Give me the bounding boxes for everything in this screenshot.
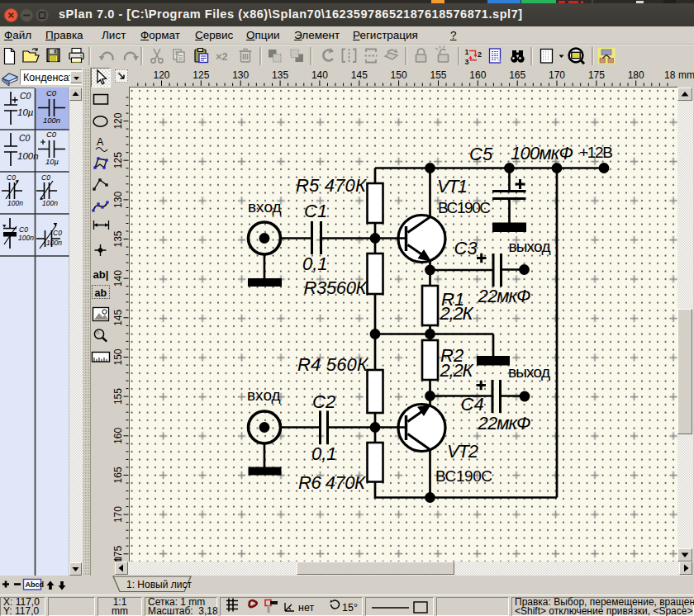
svg-text:120: 120 bbox=[153, 69, 169, 81]
svg-text:145: 145 bbox=[351, 69, 368, 81]
svg-text:15°: 15° bbox=[342, 602, 358, 614]
svg-text:выход: выход bbox=[509, 238, 551, 255]
svg-text:C5: C5 bbox=[469, 144, 493, 164]
svg-text:120: 120 bbox=[112, 112, 124, 129]
svg-text:R5 470К: R5 470К bbox=[296, 175, 367, 196]
svg-text:165: 165 bbox=[112, 467, 124, 483]
svg-text:170: 170 bbox=[112, 506, 124, 523]
svg-text:+12В: +12В bbox=[579, 144, 613, 161]
svg-text:130: 130 bbox=[232, 69, 249, 81]
svg-text:вход: вход bbox=[247, 386, 281, 404]
svg-text:нет: нет bbox=[298, 602, 314, 614]
svg-text:VT1: VT1 bbox=[437, 176, 468, 197]
svg-text:155: 155 bbox=[430, 69, 446, 81]
svg-text:0,1: 0,1 bbox=[311, 443, 337, 464]
svg-text:100мкФ: 100мкФ bbox=[511, 143, 573, 163]
svg-text:125: 125 bbox=[193, 69, 209, 81]
svg-text:2,2К: 2,2К bbox=[440, 360, 474, 381]
svg-text:C2: C2 bbox=[312, 391, 335, 412]
svg-text:175: 175 bbox=[588, 69, 605, 81]
svg-text:150: 150 bbox=[391, 69, 407, 81]
svg-text:C3: C3 bbox=[454, 238, 478, 258]
svg-text:140: 140 bbox=[112, 270, 124, 287]
svg-text:C1: C1 bbox=[304, 201, 327, 221]
svg-text:165: 165 bbox=[509, 69, 525, 81]
svg-text:ВС190С: ВС190С bbox=[435, 467, 492, 485]
svg-text:0,1: 0,1 bbox=[302, 254, 328, 274]
svg-text:135: 135 bbox=[272, 69, 288, 81]
svg-text:140: 140 bbox=[311, 69, 328, 81]
svg-text:R3560К: R3560К bbox=[304, 277, 368, 298]
svg-text:Abcd: Abcd bbox=[26, 580, 45, 589]
svg-text:2,2К: 2,2К bbox=[440, 303, 474, 324]
svg-text:VT2: VT2 bbox=[447, 441, 478, 462]
svg-text:R6 470К: R6 470К bbox=[298, 472, 366, 493]
svg-text:mm: mm bbox=[678, 69, 694, 81]
svg-text:180: 180 bbox=[628, 69, 644, 81]
svg-text:170: 170 bbox=[549, 69, 565, 81]
svg-text:125: 125 bbox=[112, 152, 124, 168]
svg-text:145: 145 bbox=[112, 309, 124, 325]
svg-text:R4 560К: R4 560К bbox=[297, 354, 368, 375]
svg-text:130: 130 bbox=[112, 192, 124, 208]
svg-text:155: 155 bbox=[112, 388, 124, 405]
svg-text:135: 135 bbox=[112, 230, 124, 247]
svg-text:22мкФ: 22мкФ bbox=[478, 413, 531, 434]
svg-text:выход: выход bbox=[508, 363, 550, 381]
svg-text:160: 160 bbox=[112, 427, 124, 443]
svg-text:22мкФ: 22мкФ bbox=[478, 286, 531, 306]
svg-text:ВС190С: ВС190С bbox=[438, 199, 491, 216]
svg-text:C4: C4 bbox=[461, 394, 484, 415]
svg-text:вход: вход bbox=[248, 198, 282, 216]
svg-text:18: 18 bbox=[664, 69, 676, 81]
svg-text:160: 160 bbox=[469, 69, 486, 81]
svg-text:150: 150 bbox=[112, 348, 124, 365]
